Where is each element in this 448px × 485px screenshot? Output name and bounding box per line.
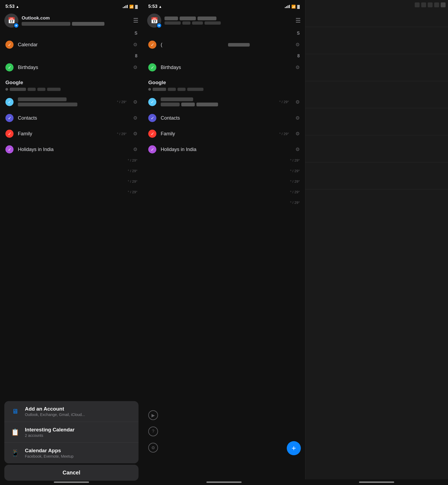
mid-google-header: Google xyxy=(143,75,305,88)
temp-label-family: ° / 29° xyxy=(117,132,127,136)
calendar-icon: 📅 xyxy=(8,17,15,24)
mid-calendar-item-google[interactable]: ✓ ° / 29° ⚙ xyxy=(143,94,305,110)
cancel-button[interactable]: Cancel xyxy=(4,465,139,481)
apps-text: Calendar Apps Facebook, Evernote, Meetup xyxy=(25,448,133,458)
mid-day-8: 8 xyxy=(297,54,300,58)
add-badge[interactable]: + xyxy=(14,23,19,28)
mid-calendar-item-contacts[interactable]: ✓ Contacts ⚙ xyxy=(143,110,305,126)
blur-line2 xyxy=(18,103,77,106)
mid-blur7 xyxy=(205,21,221,25)
checkmark-icon: ✓ xyxy=(8,42,11,47)
calendar-item-birthdays[interactable]: ✓ Birthdays ⚙ xyxy=(0,60,143,75)
wifi-icon: 📶 xyxy=(129,5,134,9)
mid-temp1: ° / 29° xyxy=(279,100,289,104)
calendar-check-red: ✓ xyxy=(5,130,14,138)
calendar-item-family[interactable]: ✓ Family ° / 29° ⚙ xyxy=(0,126,143,142)
interesting-title: Interesting Calendar xyxy=(25,427,133,433)
temp-extra-3: ° / 29° xyxy=(0,179,143,183)
mid-avatar-container[interactable]: 📅 + xyxy=(147,14,161,28)
mid-cal-label-birthdays: Birthdays xyxy=(161,65,291,70)
calendar-check-blue: ✓ xyxy=(5,98,14,106)
time-text: 5:53 xyxy=(5,4,15,9)
cal-month-block-3 xyxy=(305,54,448,81)
account-email-blurred xyxy=(22,22,70,26)
add-account-icon-container: 🖥 xyxy=(10,406,21,417)
mid-calendar-item-birthdays[interactable]: ✓ Birthdays ⚙ xyxy=(143,60,305,75)
temp-extra-1: ° / 29° xyxy=(0,158,143,162)
day-s-badge: S xyxy=(134,31,137,36)
blurred-lines-google xyxy=(18,97,113,106)
avatar-container[interactable]: 📅 + xyxy=(4,14,18,28)
add-account-icon: 🖥 xyxy=(12,408,18,415)
cal-month-block-4 xyxy=(305,81,448,108)
right-home-indicator xyxy=(359,481,394,483)
account-email-blurred2 xyxy=(72,22,104,26)
sheet-item-interesting[interactable]: 📋 Interesting Calendar 2 accounts xyxy=(4,422,139,443)
mid-settings-icon[interactable]: ⚙ xyxy=(148,443,158,453)
menu-icon[interactable]: ☰ xyxy=(133,17,139,24)
calendar-check-purple: ✓ xyxy=(5,114,14,122)
mid-fab-button[interactable]: + xyxy=(287,441,301,455)
mid-location-icon: ▲ xyxy=(159,5,162,9)
mid-blur5 xyxy=(182,21,190,25)
mid-blur-line2b xyxy=(181,103,195,106)
mid-status-icons: 📶 ▓ xyxy=(285,5,300,9)
cal-month-block-5 xyxy=(305,108,448,135)
calendar-item-contacts[interactable]: ✓ Contacts ⚙ xyxy=(0,110,143,126)
google-blur2 xyxy=(28,88,36,91)
mid-cal-blur xyxy=(228,43,250,47)
mid-cal-label-holidays: Holidays in India xyxy=(161,147,291,152)
mid-blur1 xyxy=(164,17,178,20)
mid-temp-e2: ° / 29° xyxy=(143,169,305,173)
calendar-check-violet: ✓ xyxy=(5,145,14,153)
mid-google-dot xyxy=(148,88,151,91)
add-account-title: Add an Account xyxy=(25,406,133,412)
mid-menu-icon[interactable]: ☰ xyxy=(295,17,301,24)
account-info: Outlook.com xyxy=(22,15,130,26)
mid-calendar-item-holidays[interactable]: ✓ Holidays in India ⚙ xyxy=(143,142,305,157)
mid-play-icon[interactable]: ▶ xyxy=(148,410,158,420)
mid-gear-holidays[interactable]: ⚙ xyxy=(295,146,300,152)
mid-gblur3 xyxy=(177,88,186,91)
mid-gear-family[interactable]: ⚙ xyxy=(295,131,300,137)
calendar-item-holidays[interactable]: ✓ Holidays in India ⚙ xyxy=(0,142,143,157)
gear-icon-contacts[interactable]: ⚙ xyxy=(133,115,137,121)
mid-add-badge[interactable]: + xyxy=(156,23,162,28)
left-time: 5:53 ▲ xyxy=(5,4,19,9)
right-calendar-strip xyxy=(305,0,448,485)
mid-calendar-icon: 📅 xyxy=(151,17,158,24)
gear-icon-birthdays[interactable]: ⚙ xyxy=(133,64,137,70)
mid-blur4 xyxy=(164,21,181,25)
left-panel: 5:53 ▲ 📶 ▓ 📅 + Outlook.com xyxy=(0,0,143,485)
mid-cal-check-purple: ✓ xyxy=(148,114,156,122)
battery-icon: ▓ xyxy=(135,5,137,9)
mid-cal-label-family: Family xyxy=(161,131,275,137)
gear-icon-google[interactable]: ⚙ xyxy=(133,99,137,105)
gear-icon-holidays[interactable]: ⚙ xyxy=(133,146,137,152)
mid-calendar-item-calendar[interactable]: ✓ ( ⚙ xyxy=(143,37,305,53)
mid-gear-google[interactable]: ⚙ xyxy=(295,99,300,105)
cal-month-block-1 xyxy=(305,0,448,27)
sheet-item-add-account[interactable]: 🖥 Add an Account Outlook, Exchange, Gmai… xyxy=(4,401,139,422)
calendar-item-calendar[interactable]: ✓ Calendar ⚙ xyxy=(0,37,143,53)
mid-gear-contacts[interactable]: ⚙ xyxy=(295,115,300,121)
mid-gblur2 xyxy=(168,88,176,91)
mid-cal-check-orange: ✓ xyxy=(148,41,156,49)
mid-battery-icon: ▓ xyxy=(297,5,300,9)
mid-gear-birthdays[interactable]: ⚙ xyxy=(295,64,300,70)
mid-blur3 xyxy=(197,17,216,20)
mid-time-text: 5:53 xyxy=(148,4,157,9)
google-blur4 xyxy=(47,88,61,91)
calendar-item-google-blurred[interactable]: ✓ ° / 29° ⚙ xyxy=(0,94,143,110)
mid-header: 📅 + ☰ xyxy=(143,11,305,30)
mid-gear-cal[interactable]: ⚙ xyxy=(295,42,300,48)
gear-icon-calendar[interactable]: ⚙ xyxy=(133,42,137,48)
gear-icon-family[interactable]: ⚙ xyxy=(133,131,137,137)
account-name: Outlook.com xyxy=(22,15,130,21)
apps-icon-container: 📱 xyxy=(10,448,21,458)
mid-help-icon[interactable]: ? xyxy=(148,427,158,436)
cal-month-block-7 xyxy=(305,162,448,189)
sheet-item-apps[interactable]: 📱 Calendar Apps Facebook, Evernote, Meet… xyxy=(4,443,139,463)
left-status-icons: 📶 ▓ xyxy=(123,5,137,9)
mid-calendar-item-family[interactable]: ✓ Family ° / 29° ⚙ xyxy=(143,126,305,142)
